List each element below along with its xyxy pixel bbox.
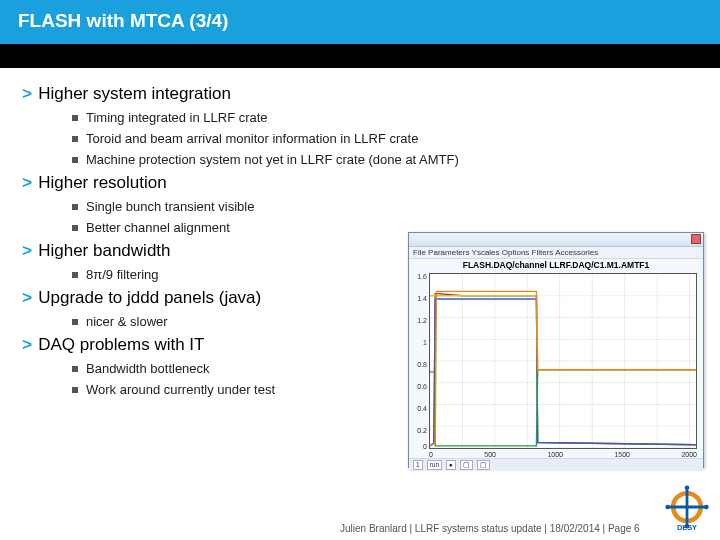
subbullet: Single bunch transient visible	[72, 199, 698, 214]
chevron-icon: >	[22, 289, 32, 308]
chevron-icon: >	[22, 336, 32, 355]
xaxis: 0 500 1000 1500 2000	[429, 451, 697, 458]
svg-point-21	[665, 505, 670, 510]
ytick: 1.2	[413, 317, 427, 324]
square-icon	[72, 136, 78, 142]
chevron-icon: >	[22, 174, 32, 193]
bullet-2: >Higher resolution	[22, 173, 698, 193]
bullet-4-text: Upgrade to jddd panels (java)	[38, 288, 261, 307]
bullet-2-text: Higher resolution	[38, 173, 167, 192]
bullet-3-text: Higher bandwidth	[38, 241, 170, 260]
close-icon[interactable]	[691, 234, 701, 244]
square-icon	[72, 204, 78, 210]
accent-strip	[0, 44, 720, 68]
square-icon	[72, 387, 78, 393]
subbullet: Timing integrated in LLRF crate	[72, 110, 698, 125]
slide-title: FLASH with MTCA (3/4)	[0, 0, 720, 44]
chart-statusbar: 1run●▢▢	[409, 458, 703, 471]
bullet-5-text: DAQ problems with IT	[38, 335, 204, 354]
square-icon	[72, 272, 78, 278]
plot-area	[429, 273, 697, 449]
ytick: 0.6	[413, 383, 427, 390]
subbullet: Toroid and beam arrival monitor informat…	[72, 131, 698, 146]
ytick: 0	[413, 443, 427, 450]
ytick: 1	[413, 339, 427, 346]
square-icon	[72, 157, 78, 163]
chart-window: File Parameters Yscales Options Filters …	[408, 232, 704, 468]
svg-text:DESY: DESY	[677, 523, 697, 530]
ytick: 1.4	[413, 295, 427, 302]
square-icon	[72, 319, 78, 325]
square-icon	[72, 366, 78, 372]
chart-titlebar	[409, 233, 703, 247]
square-icon	[72, 225, 78, 231]
bullet-1: >Higher system integration	[22, 84, 698, 104]
ytick: 1.6	[413, 273, 427, 280]
subbullet: Machine protection system not yet in LLR…	[72, 152, 698, 167]
square-icon	[72, 115, 78, 121]
svg-point-22	[704, 505, 709, 510]
svg-point-23	[685, 485, 690, 490]
bullet-1-text: Higher system integration	[38, 84, 231, 103]
footer-text: Julien Branlard | LLRF systems status up…	[340, 523, 640, 534]
chart-menu[interactable]: File Parameters Yscales Options Filters …	[409, 247, 703, 259]
chevron-icon: >	[22, 242, 32, 261]
chart-caption: FLASH.DAQ/channel LLRF.DAQ/C1.M1.AMTF1	[409, 259, 703, 271]
ytick: 0.2	[413, 427, 427, 434]
ytick: 0.8	[413, 361, 427, 368]
ytick: 0.4	[413, 405, 427, 412]
chevron-icon: >	[22, 85, 32, 104]
desy-logo: DESY	[664, 484, 710, 534]
plot-svg	[430, 274, 696, 448]
